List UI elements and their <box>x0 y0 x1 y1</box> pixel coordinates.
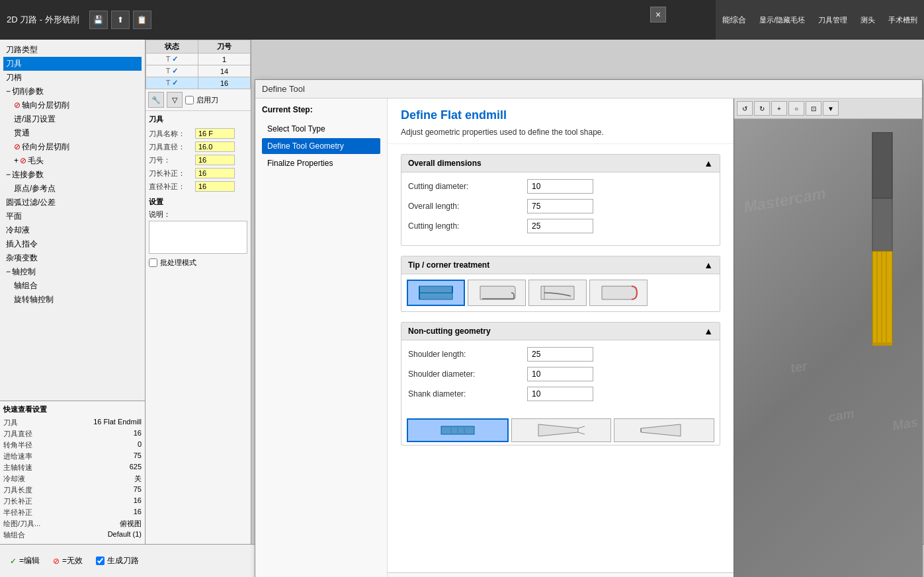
radius-comp-label: 直径补正： <box>149 182 195 192</box>
tip-flat-button[interactable] <box>407 280 465 306</box>
tool-icon-16: T ✓ <box>146 77 198 89</box>
qv-axis-value: Default (1) <box>108 530 142 540</box>
generate-toolpath-label: 生成刀路 <box>107 555 139 566</box>
tree-item-平面[interactable]: 平面 <box>3 210 142 223</box>
step-finalize[interactable]: Finalize Properties <box>262 155 380 171</box>
tree-item-刀柄[interactable]: 刀柄 <box>3 71 142 85</box>
view-button[interactable]: 📋 <box>133 11 151 29</box>
ribbon-显示隐藏[interactable]: 显示/隐藏毛坯 <box>759 15 805 25</box>
tree-item-冷却液[interactable]: 冷却液 <box>3 223 142 237</box>
dialog-title: Define Tool <box>262 84 305 94</box>
tree-item-圆弧过滤[interactable]: 圆弧过滤/公差 <box>3 196 142 210</box>
cutting-length-input[interactable] <box>527 219 593 233</box>
tool-number-input[interactable] <box>195 155 235 165</box>
preview-fit[interactable]: ⊡ <box>806 101 821 116</box>
status-invalid: ⊘ =无效 <box>53 555 83 566</box>
qv-rcomp-value: 16 <box>134 508 142 518</box>
tree-item-径向分层[interactable]: ⊘径向分层切削 <box>3 140 142 154</box>
qv-rpm-label: 主轴转速 <box>3 463 32 473</box>
watermark-4: cam <box>827 405 855 425</box>
overall-dimensions-section: Overall dimensions ▲ Cutting diameter: O… <box>401 154 720 246</box>
preview-zoom-out[interactable]: ○ <box>788 101 804 116</box>
shank-straight-button[interactable] <box>407 418 509 442</box>
tree-item-杂项变数[interactable]: 杂项变数 <box>3 251 142 265</box>
ribbon-bar: 2D 刀路 - 外形铣削 💾 ⬆ 📋 × 能综合 显示/隐藏毛坯 刀具管理 测头… <box>0 0 924 40</box>
tree-item-进退刀[interactable]: 进/退刀设置 <box>3 112 142 126</box>
tree-item-轴组合[interactable]: 轴组合 <box>3 279 142 293</box>
noncutting-toggle[interactable]: ▲ <box>704 326 713 336</box>
tree-item-刀路类型[interactable]: 刀路类型 <box>3 43 142 57</box>
preview-zoom-in[interactable]: + <box>771 101 787 116</box>
tree-item-插入指令[interactable]: 插入指令 <box>3 237 142 251</box>
shank-diameter-input[interactable] <box>527 387 593 401</box>
close-button[interactable]: × <box>650 7 666 22</box>
watermark-2: Mas <box>892 414 919 434</box>
tool-diameter-input[interactable] <box>195 141 235 152</box>
overall-toggle[interactable]: ▲ <box>704 158 713 169</box>
length-comp-label: 刀长补正： <box>149 169 195 178</box>
filter-button[interactable]: 🔧 <box>148 92 164 108</box>
funnel-button[interactable]: ▽ <box>167 92 183 108</box>
length-comp-input[interactable] <box>195 168 235 178</box>
shank-taper-in-button[interactable] <box>511 418 612 442</box>
ribbon-综合[interactable]: 能综合 <box>722 15 746 26</box>
ribbon-手术[interactable]: 手术槽刑 <box>888 15 917 25</box>
radius-comp-input[interactable] <box>195 181 235 192</box>
middle-panel: 状态 刀号 T ✓ 1 T ✓ 14 T ✓ 16 <box>146 40 251 544</box>
ribbon-测头[interactable]: 测头 <box>861 15 875 25</box>
overall-length-input[interactable] <box>527 199 593 213</box>
step-select-type[interactable]: Select Tool Type <box>262 121 380 137</box>
ribbon-刀具管理[interactable]: 刀具管理 <box>818 15 847 25</box>
tree-item-毛头[interactable]: +⊘毛头 <box>3 154 142 168</box>
overall-length-label: Overall length: <box>408 202 527 211</box>
invalid-label: =无效 <box>62 555 83 566</box>
tree-item-刀具[interactable]: 刀具 <box>3 57 142 71</box>
svg-rect-14 <box>872 251 892 344</box>
tree-item-轴控制[interactable]: −轴控制 <box>3 265 142 279</box>
shoulder-length-label: Shoulder length: <box>408 350 527 359</box>
preview-panel: ↺ ↻ + ○ ⊡ ▼ Mastercam Mas ter cam <box>734 98 922 577</box>
settings-section-title: 设置 <box>149 197 247 207</box>
preview-rotate-right[interactable]: ↻ <box>754 101 770 116</box>
enable-checkbox[interactable] <box>185 96 194 104</box>
preview-rotate-left[interactable]: ↺ <box>737 101 753 116</box>
tip-toggle[interactable]: ▲ <box>704 260 713 270</box>
tip-ball-button[interactable] <box>589 280 648 306</box>
tool-name-input[interactable] <box>195 128 235 139</box>
shank-taper-out-button[interactable] <box>614 418 714 442</box>
shoulder-length-input[interactable] <box>527 347 593 362</box>
desc-label: 说明： <box>149 210 247 219</box>
description-textarea[interactable] <box>149 221 247 254</box>
enable-checkbox-row: 启用刀 <box>185 95 218 105</box>
tree-item-贯通[interactable]: 贯通 <box>3 126 142 140</box>
qv-tool-value: 16 Flat Endmill <box>93 418 142 428</box>
export-button[interactable]: ⬆ <box>111 11 130 29</box>
tree-item-轴向分层[interactable]: ⊘轴向分层切削 <box>3 98 142 112</box>
noncutting-title: Non-cutting geometry <box>408 327 491 336</box>
shoulder-diameter-input[interactable] <box>527 367 593 381</box>
svg-rect-1 <box>419 286 452 293</box>
cutting-diameter-input[interactable] <box>527 179 593 194</box>
preview-settings[interactable]: ▼ <box>823 101 839 116</box>
tool-row-16[interactable]: T ✓ 16 <box>146 77 251 89</box>
tree-item-连接参数[interactable]: −连接参数 <box>3 168 142 182</box>
tree-item-旋转轴[interactable]: 旋转轴控制 <box>3 293 142 307</box>
tool-section-title: 刀具 <box>149 114 247 124</box>
overall-title: Overall dimensions <box>408 159 482 168</box>
qv-rpm-value: 625 <box>130 463 142 473</box>
save-button[interactable]: 💾 <box>89 11 108 29</box>
batch-checkbox[interactable] <box>149 258 157 267</box>
edit-icon: ✓ <box>10 557 17 566</box>
qv-diameter-label: 刀具直径 <box>3 429 32 439</box>
generate-toolpath-checkbox[interactable] <box>96 557 105 565</box>
tool-row-14[interactable]: T ✓ 14 <box>146 65 251 77</box>
tree-item-切削参数[interactable]: −切削参数 <box>3 85 142 98</box>
tree-item-原点参考[interactable]: 原点/参考点 <box>3 182 142 196</box>
overall-body: Cutting diameter: Overall length: Cuttin… <box>401 173 720 245</box>
tool-row-1[interactable]: T ✓ 1 <box>146 54 251 65</box>
qv-rcomp-label: 半径补正 <box>3 508 32 518</box>
tip-corner-radius-button[interactable] <box>468 280 526 306</box>
tip-taper-button[interactable] <box>528 280 587 306</box>
step-define-geometry[interactable]: Define Tool Geometry <box>262 138 380 154</box>
steps-panel: Current Step: Select Tool Type Define To… <box>255 98 388 577</box>
